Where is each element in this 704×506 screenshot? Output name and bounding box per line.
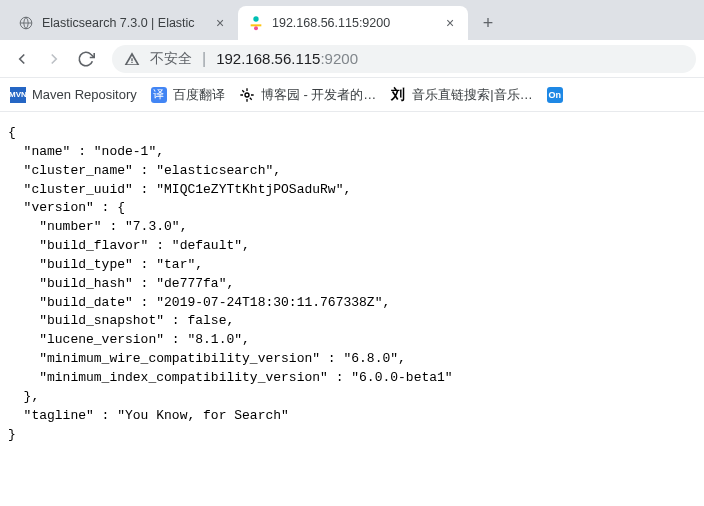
cnblogs-icon xyxy=(239,87,255,103)
mvn-icon: MVN xyxy=(10,87,26,103)
globe-icon xyxy=(18,15,34,31)
bookmark-label: 音乐直链搜索|音乐… xyxy=(412,86,532,104)
toolbar: 不安全 | 192.168.56.115:9200 xyxy=(0,40,704,78)
on-icon: On xyxy=(547,87,563,103)
tab-title: 192.168.56.115:9200 xyxy=(272,16,442,30)
liu-icon: 刘 xyxy=(390,87,406,103)
close-icon[interactable]: × xyxy=(212,15,228,31)
bookmark-music-search[interactable]: 刘 音乐直链搜索|音乐… xyxy=(390,86,532,104)
bookmark-label: 博客园 - 开发者的… xyxy=(261,86,377,104)
bookmark-on[interactable]: On xyxy=(547,87,563,103)
close-icon[interactable]: × xyxy=(442,15,458,31)
new-tab-button[interactable]: + xyxy=(474,9,502,37)
address-bar[interactable]: 不安全 | 192.168.56.115:9200 xyxy=(112,45,696,73)
insecure-label: 不安全 xyxy=(150,50,192,68)
bookmark-maven[interactable]: MVN Maven Repository xyxy=(10,87,137,103)
bookmark-label: Maven Repository xyxy=(32,87,137,102)
tab-inactive[interactable]: Elasticsearch 7.3.0 | Elastic × xyxy=(8,6,238,40)
json-response: { "name" : "node-1", "cluster_name" : "e… xyxy=(0,112,704,456)
svg-point-4 xyxy=(245,93,249,97)
reload-button[interactable] xyxy=(72,45,100,73)
bookmark-label: 百度翻译 xyxy=(173,86,225,104)
warning-icon xyxy=(124,51,140,67)
bookmarks-bar: MVN Maven Repository 译 百度翻译 博客园 - 开发者的… … xyxy=(0,78,704,112)
svg-point-2 xyxy=(253,16,258,21)
elasticsearch-icon xyxy=(248,15,264,31)
translate-icon: 译 xyxy=(151,87,167,103)
back-button[interactable] xyxy=(8,45,36,73)
tab-active[interactable]: 192.168.56.115:9200 × xyxy=(238,6,468,40)
url-text: 192.168.56.115:9200 xyxy=(216,50,358,67)
bookmark-cnblogs[interactable]: 博客园 - 开发者的… xyxy=(239,86,377,104)
tab-strip: Elasticsearch 7.3.0 | Elastic × 192.168.… xyxy=(0,0,704,40)
forward-button xyxy=(40,45,68,73)
separator: | xyxy=(202,50,206,68)
tab-title: Elasticsearch 7.3.0 | Elastic xyxy=(42,16,212,30)
svg-point-3 xyxy=(254,26,258,30)
bookmark-baidu-translate[interactable]: 译 百度翻译 xyxy=(151,86,225,104)
